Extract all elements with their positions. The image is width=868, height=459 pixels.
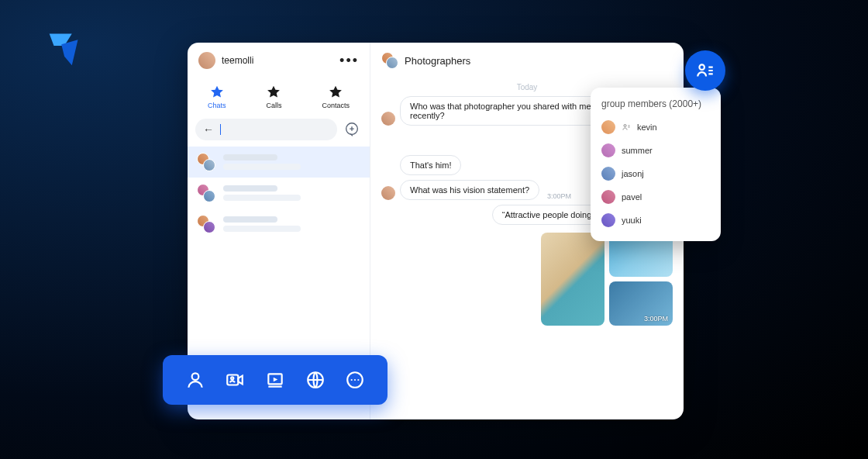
user-avatar[interactable] xyxy=(198,52,215,69)
conversation-header: Photographers xyxy=(370,43,684,78)
group-member[interactable]: summer xyxy=(601,139,710,162)
toolbar-more-button[interactable] xyxy=(343,368,367,392)
toolbar-globe-button[interactable] xyxy=(304,368,327,392)
chat-preview xyxy=(223,185,360,201)
svg-point-11 xyxy=(357,379,359,381)
conversation-title: Photographers xyxy=(405,55,470,67)
back-icon[interactable]: ← xyxy=(203,123,214,136)
text-cursor xyxy=(220,124,221,135)
message-timestamp: 3:00PM xyxy=(547,192,571,200)
toolbar-video-button[interactable] xyxy=(223,368,246,392)
search-row: ← xyxy=(188,114,370,147)
svg-point-1 xyxy=(699,64,704,70)
tab-chats[interactable]: Chats xyxy=(208,85,226,109)
member-name: kevin xyxy=(637,123,657,132)
chat-avatar xyxy=(197,184,215,202)
chat-avatar xyxy=(197,153,215,171)
search-input[interactable]: ← xyxy=(195,119,337,140)
tab-label: Chats xyxy=(208,102,226,109)
sender-avatar xyxy=(381,186,395,200)
svg-point-10 xyxy=(354,379,356,381)
gallery-timestamp: 3:00PM xyxy=(644,315,668,323)
group-member[interactable]: pavel xyxy=(601,185,710,209)
svg-point-3 xyxy=(191,373,198,380)
member-name: summer xyxy=(622,146,653,155)
star-icon xyxy=(328,85,343,100)
svg-point-5 xyxy=(232,377,234,379)
svg-point-2 xyxy=(624,125,626,127)
chat-item[interactable] xyxy=(188,209,370,240)
user-icon xyxy=(185,370,205,390)
new-chat-button[interactable] xyxy=(342,119,362,140)
svg-point-9 xyxy=(351,379,353,381)
member-avatar xyxy=(601,120,615,134)
person-list-icon xyxy=(695,60,715,81)
member-name: yuuki xyxy=(622,216,642,225)
member-avatar xyxy=(601,143,615,157)
tab-label: Contacts xyxy=(322,102,350,109)
plus-bubble-icon xyxy=(343,121,360,138)
group-info-fab[interactable] xyxy=(685,50,725,91)
more-circle-icon xyxy=(345,370,365,390)
sidebar-tabs: Chats Calls Contacts xyxy=(188,78,370,114)
gallery-image[interactable]: 3:00PM xyxy=(609,281,673,326)
sender-avatar xyxy=(381,112,395,126)
sidebar-header: teemolli ••• xyxy=(188,43,370,78)
member-name: jasonj xyxy=(622,169,644,178)
play-screen-icon xyxy=(265,370,285,390)
member-name: pavel xyxy=(622,192,642,202)
app-logo xyxy=(42,23,90,74)
chat-preview xyxy=(223,154,360,170)
member-avatar xyxy=(601,190,615,204)
group-members-panel: group members (2000+) kevin summer jason… xyxy=(591,88,721,241)
star-icon xyxy=(266,85,281,100)
group-members-title: group members (2000+) xyxy=(601,98,710,109)
tab-label: Calls xyxy=(266,102,281,109)
admin-icon xyxy=(622,123,631,132)
star-icon xyxy=(209,85,225,100)
member-avatar xyxy=(601,213,615,227)
sidebar-more-button[interactable]: ••• xyxy=(339,53,359,69)
video-call-icon xyxy=(225,370,245,390)
action-toolbar xyxy=(163,355,388,405)
tab-calls[interactable]: Calls xyxy=(266,85,281,109)
member-avatar xyxy=(601,167,615,181)
tab-contacts[interactable]: Contacts xyxy=(322,85,350,109)
chat-item[interactable] xyxy=(188,178,370,209)
chat-avatar xyxy=(197,215,215,233)
chat-item[interactable] xyxy=(188,147,370,178)
globe-icon xyxy=(305,370,326,390)
username-label: teemolli xyxy=(222,55,339,66)
group-member[interactable]: jasonj xyxy=(601,162,710,185)
group-member[interactable]: yuuki xyxy=(601,209,710,232)
toolbar-user-button[interactable] xyxy=(184,368,207,392)
group-member[interactable]: kevin xyxy=(601,116,710,139)
toolbar-screen-button[interactable] xyxy=(264,368,287,392)
message-bubble: What was his vision statement? xyxy=(400,180,539,200)
chat-preview xyxy=(223,216,360,232)
gallery-image[interactable] xyxy=(541,233,604,326)
image-gallery[interactable]: 3:00PM xyxy=(541,233,673,326)
conversation-avatar xyxy=(381,52,398,69)
message-bubble: That's him! xyxy=(400,155,461,175)
